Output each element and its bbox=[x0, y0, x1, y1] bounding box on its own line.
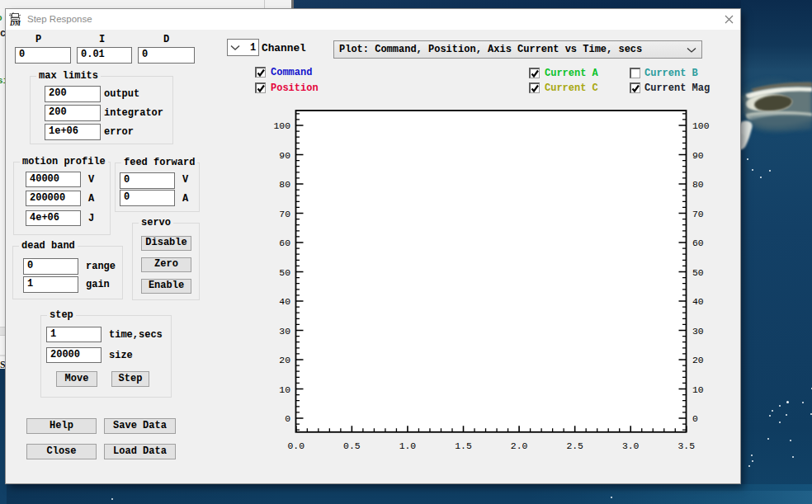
svg-text:80: 80 bbox=[279, 180, 290, 190]
svg-text:50: 50 bbox=[279, 268, 290, 278]
svg-text:60: 60 bbox=[692, 238, 704, 248]
svg-text:0: 0 bbox=[692, 414, 698, 424]
svg-text:3.0: 3.0 bbox=[622, 441, 640, 451]
svg-text:30: 30 bbox=[692, 327, 704, 337]
svg-text:20: 20 bbox=[692, 356, 704, 365]
svg-text:30: 30 bbox=[279, 327, 290, 337]
svg-text:70: 70 bbox=[692, 210, 704, 219]
svg-text:60: 60 bbox=[279, 238, 290, 248]
svg-text:0.5: 0.5 bbox=[343, 441, 361, 451]
svg-text:1.0: 1.0 bbox=[399, 441, 417, 451]
svg-text:2.5: 2.5 bbox=[566, 441, 583, 451]
svg-text:DM: DM bbox=[9, 20, 21, 26]
svg-text:1.5: 1.5 bbox=[455, 441, 472, 451]
svg-text:0.0: 0.0 bbox=[288, 441, 305, 451]
svg-text:100: 100 bbox=[692, 121, 710, 131]
svg-text:10: 10 bbox=[279, 385, 290, 395]
svg-text:80: 80 bbox=[692, 180, 704, 190]
svg-text:70: 70 bbox=[279, 210, 290, 219]
svg-text:50: 50 bbox=[692, 268, 704, 278]
svg-text:40: 40 bbox=[692, 297, 704, 307]
svg-text:3.5: 3.5 bbox=[678, 441, 696, 451]
svg-text:40: 40 bbox=[279, 297, 290, 307]
svg-text:90: 90 bbox=[692, 151, 704, 161]
svg-text:2.0: 2.0 bbox=[511, 441, 528, 451]
svg-text:10: 10 bbox=[692, 385, 704, 395]
svg-text:90: 90 bbox=[279, 151, 290, 161]
svg-text:0: 0 bbox=[285, 414, 290, 424]
svg-text:100: 100 bbox=[273, 121, 290, 131]
svg-text:20: 20 bbox=[279, 356, 290, 365]
